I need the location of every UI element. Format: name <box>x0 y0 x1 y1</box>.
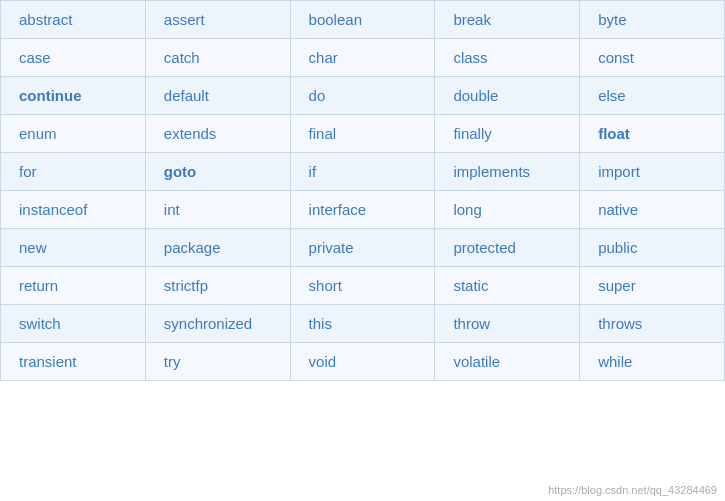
keyword-cell: default <box>145 77 290 115</box>
keyword-cell: extends <box>145 115 290 153</box>
keyword-cell: do <box>290 77 435 115</box>
keyword-cell: transient <box>1 343 146 381</box>
keyword-cell: protected <box>435 229 580 267</box>
keywords-table: abstractassertbooleanbreakbytecasecatchc… <box>0 0 725 381</box>
keyword-cell: static <box>435 267 580 305</box>
keyword-cell: enum <box>1 115 146 153</box>
keyword-cell: const <box>580 39 725 77</box>
table-row: instanceofintinterfacelongnative <box>1 191 725 229</box>
keyword-cell: break <box>435 1 580 39</box>
keyword-cell: native <box>580 191 725 229</box>
keyword-cell: new <box>1 229 146 267</box>
keyword-cell: final <box>290 115 435 153</box>
keyword-cell: throw <box>435 305 580 343</box>
keyword-cell: synchronized <box>145 305 290 343</box>
keyword-cell: continue <box>1 77 146 115</box>
keyword-cell: private <box>290 229 435 267</box>
keyword-cell: package <box>145 229 290 267</box>
keyword-cell: long <box>435 191 580 229</box>
keyword-cell: catch <box>145 39 290 77</box>
keyword-cell: implements <box>435 153 580 191</box>
table-row: transienttryvoidvolatilewhile <box>1 343 725 381</box>
keyword-cell: int <box>145 191 290 229</box>
keyword-cell: finally <box>435 115 580 153</box>
table-row: continuedefaultdodoubleelse <box>1 77 725 115</box>
keyword-cell: try <box>145 343 290 381</box>
keyword-cell: byte <box>580 1 725 39</box>
keyword-cell: goto <box>145 153 290 191</box>
table-row: abstractassertbooleanbreakbyte <box>1 1 725 39</box>
table-row: returnstrictfpshortstaticsuper <box>1 267 725 305</box>
keyword-cell: short <box>290 267 435 305</box>
keyword-cell: switch <box>1 305 146 343</box>
keyword-cell: return <box>1 267 146 305</box>
keyword-cell: double <box>435 77 580 115</box>
keyword-cell: public <box>580 229 725 267</box>
table-row: casecatchcharclassconst <box>1 39 725 77</box>
keyword-cell: strictfp <box>145 267 290 305</box>
keyword-cell: else <box>580 77 725 115</box>
table-row: enumextendsfinalfinallyfloat <box>1 115 725 153</box>
keyword-cell: super <box>580 267 725 305</box>
keyword-cell: while <box>580 343 725 381</box>
keyword-cell: this <box>290 305 435 343</box>
keyword-cell: void <box>290 343 435 381</box>
table-row: forgotoifimplementsimport <box>1 153 725 191</box>
keyword-cell: char <box>290 39 435 77</box>
table-row: newpackageprivateprotectedpublic <box>1 229 725 267</box>
keyword-cell: float <box>580 115 725 153</box>
table-row: switchsynchronizedthisthrowthrows <box>1 305 725 343</box>
keyword-cell: throws <box>580 305 725 343</box>
keyword-cell: if <box>290 153 435 191</box>
keyword-cell: import <box>580 153 725 191</box>
keyword-cell: abstract <box>1 1 146 39</box>
keyword-cell: assert <box>145 1 290 39</box>
keyword-cell: interface <box>290 191 435 229</box>
keyword-cell: volatile <box>435 343 580 381</box>
keyword-cell: boolean <box>290 1 435 39</box>
keyword-cell: for <box>1 153 146 191</box>
keyword-cell: instanceof <box>1 191 146 229</box>
keyword-cell: class <box>435 39 580 77</box>
keyword-cell: case <box>1 39 146 77</box>
